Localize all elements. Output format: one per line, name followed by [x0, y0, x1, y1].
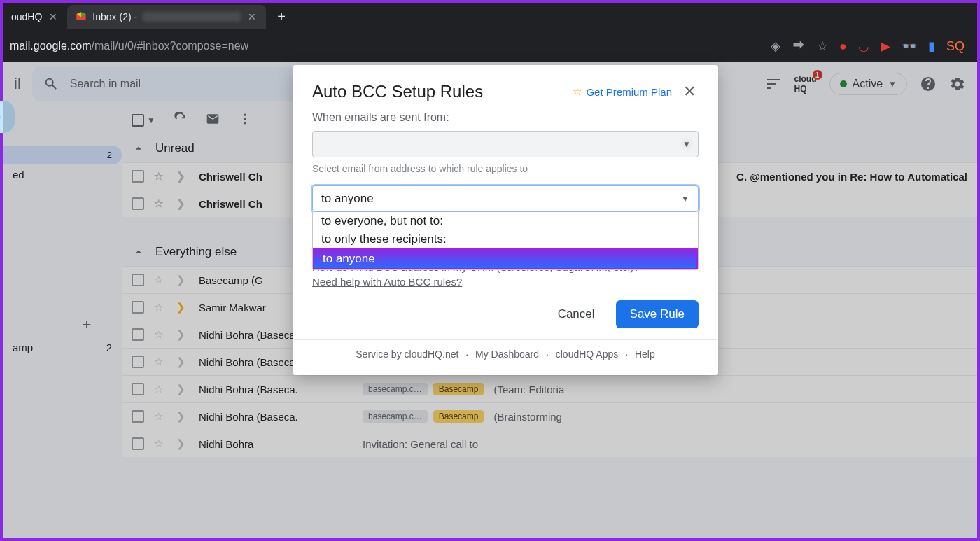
sender: Nidhi Bohra [199, 438, 353, 450]
tab-cloudhq[interactable]: oudHQ ✕ [3, 5, 67, 29]
ext-icon-glasses[interactable]: 👓 [902, 38, 917, 54]
email-row[interactable]: ☆❯ Nidhi Bohra (Baseca. basecamp.c…Basec… [122, 402, 977, 430]
more-icon[interactable] [238, 112, 252, 129]
browser-toolbar: mail.google.com/mail/u/0/#inbox?compose=… [3, 31, 977, 62]
footer-dashboard-link[interactable]: My Dashboard [475, 349, 539, 360]
search-placeholder: Search in mail [70, 78, 141, 90]
chevron-down-icon[interactable]: ▼ [147, 115, 155, 125]
label-chip[interactable]: Basecamp [433, 383, 484, 395]
label-chip[interactable]: basecamp.c… [363, 383, 428, 395]
importance-icon[interactable]: ❯ [176, 274, 189, 286]
importance-icon[interactable]: ❯ [176, 383, 189, 395]
sidebar-label[interactable]: amp 2 [3, 339, 122, 356]
add-label-button[interactable]: + [73, 311, 101, 339]
tune-icon[interactable] [765, 76, 782, 92]
ext-icon-note[interactable]: ▮ [928, 38, 935, 54]
status-pill[interactable]: Active ▼ [830, 73, 907, 95]
status-dot-icon [840, 80, 847, 87]
subject: (Brainstorming [493, 411, 967, 423]
importance-icon[interactable]: ❯ [176, 197, 189, 210]
select-all-checkbox[interactable] [132, 114, 144, 127]
url-host: mail.google.com [10, 40, 92, 52]
importance-icon[interactable]: ❯ [176, 328, 189, 341]
star-icon[interactable]: ☆ [154, 274, 167, 286]
tab-title: Inbox (2) - [92, 11, 137, 22]
pocket-icon[interactable]: ◡ [858, 38, 869, 54]
get-premium-link[interactable]: ☆ Get Premium Plan [573, 85, 672, 98]
row-checkbox[interactable] [132, 301, 144, 314]
gear-icon[interactable] [949, 76, 966, 92]
recipients-select[interactable]: to anyone ▼ [312, 185, 699, 212]
compose-button[interactable]: se [0, 101, 15, 133]
row-checkbox[interactable] [132, 383, 144, 395]
help-icon[interactable] [920, 76, 937, 92]
label-count: 2 [106, 342, 112, 353]
option-anyone[interactable]: to anyone [313, 248, 698, 269]
star-icon[interactable]: ☆ [154, 437, 167, 450]
email-row[interactable]: ☆❯ Nidhi Bohra (Baseca. basecamp.c…Basec… [122, 375, 977, 402]
badge-count: 1 [813, 70, 822, 80]
new-tab-button[interactable]: + [272, 7, 291, 27]
importance-icon[interactable]: ❯ [176, 410, 189, 423]
mark-read-icon[interactable] [206, 112, 220, 129]
svg-point-0 [244, 114, 246, 116]
reader-icon[interactable]: ◈ [771, 38, 780, 54]
footer-apps-link[interactable]: cloudHQ Apps [556, 349, 619, 360]
sidebar-item[interactable]: ed [3, 164, 122, 185]
label-text: amp [13, 342, 33, 353]
star-icon[interactable]: ☆ [154, 383, 167, 395]
importance-icon[interactable]: ❯ [176, 170, 189, 183]
cloudhq-badge[interactable]: cloudHQ1 [794, 74, 817, 94]
from-select[interactable]: ▼ [312, 131, 699, 157]
modal-footer: Service by cloudHQ.net · My Dashboard · … [293, 339, 718, 368]
star-icon[interactable]: ☆ [154, 328, 167, 341]
chevron-down-icon: ▼ [681, 194, 690, 204]
recipients-dropdown: to everyone, but not to: to only these r… [312, 212, 699, 270]
row-checkbox[interactable] [132, 170, 144, 183]
star-icon[interactable]: ☆ [154, 356, 167, 368]
section-title: Unread [155, 141, 195, 155]
chevron-down-icon: ▼ [888, 79, 897, 89]
label-chip[interactable]: basecamp.c… [363, 410, 428, 423]
browser-tabstrip: oudHQ ✕ Inbox (2) - ✕ + [3, 3, 977, 31]
close-icon[interactable]: ✕ [246, 11, 258, 22]
footer-help-link[interactable]: Help [635, 349, 655, 360]
option-everyone-but[interactable]: to everyone, but not to: [313, 212, 698, 230]
help-link-rules[interactable]: Need help with Auto BCC rules? [312, 276, 699, 288]
row-checkbox[interactable] [132, 274, 144, 286]
ext-icon-1[interactable]: ● [839, 39, 847, 54]
refresh-icon[interactable] [174, 112, 188, 129]
bookmark-star-icon[interactable]: ☆ [817, 38, 828, 54]
tab-title: oudHQ [11, 11, 42, 22]
url-path: /mail/u/0/#inbox?compose=new [92, 40, 249, 52]
option-only-these[interactable]: to only these recipients: [313, 230, 698, 248]
star-icon[interactable]: ☆ [154, 301, 167, 314]
ext-icon-sq[interactable]: SQ [946, 39, 965, 54]
cancel-button[interactable]: Cancel [550, 302, 603, 327]
star-icon[interactable]: ☆ [154, 197, 167, 210]
sidebar-item-inbox[interactable]: 2 [3, 146, 122, 164]
email-row[interactable]: ☆❯ Nidhi Bohra Invitation: General call … [122, 430, 977, 457]
ext-icon-play[interactable]: ▶ [881, 38, 890, 54]
svg-point-2 [244, 122, 246, 124]
share-icon[interactable] [792, 38, 806, 55]
row-checkbox[interactable] [132, 328, 144, 341]
search-icon [43, 76, 59, 92]
row-checkbox[interactable] [132, 356, 144, 368]
importance-icon[interactable]: ❯ [176, 356, 189, 368]
tab-gmail[interactable]: Inbox (2) - ✕ [67, 5, 266, 29]
close-icon[interactable]: ✕ [48, 11, 59, 22]
address-bar[interactable]: mail.google.com/mail/u/0/#inbox?compose=… [3, 40, 248, 52]
star-icon[interactable]: ☆ [154, 170, 167, 183]
star-icon[interactable]: ☆ [154, 410, 167, 423]
save-rule-button[interactable]: Save Rule [616, 300, 699, 328]
row-checkbox[interactable] [132, 197, 144, 210]
modal-title: Auto BCC Setup Rules [312, 82, 483, 101]
redacted-text [143, 12, 241, 22]
importance-icon[interactable]: ❯ [176, 301, 189, 314]
close-button[interactable]: ✕ [680, 83, 699, 101]
row-checkbox[interactable] [132, 437, 144, 450]
importance-icon[interactable]: ❯ [176, 437, 189, 450]
label-chip[interactable]: Basecamp [433, 410, 484, 423]
row-checkbox[interactable] [132, 410, 144, 423]
